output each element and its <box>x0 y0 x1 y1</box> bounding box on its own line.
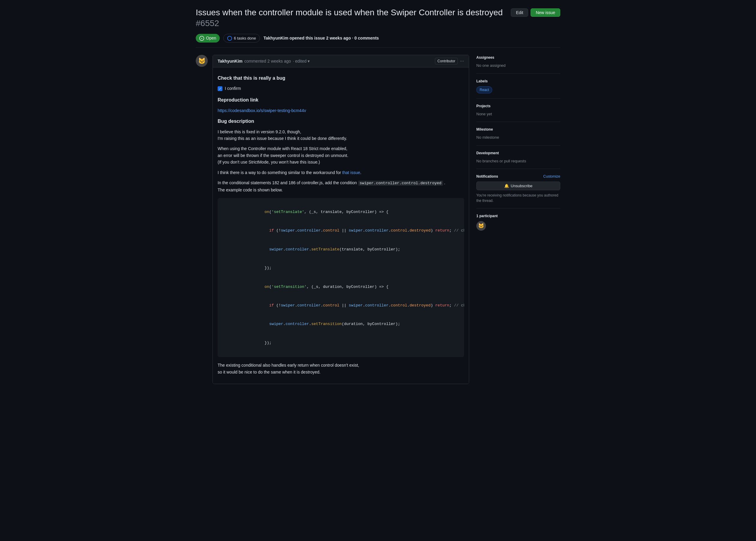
confirm-checkbox[interactable]: ✓ <box>218 86 222 91</box>
comment-author[interactable]: TakhyunKim <box>218 58 243 64</box>
status-label: Open <box>206 35 216 41</box>
participants-section: 1 participant 🐱 <box>476 209 560 236</box>
main-content: 🐱 TakhyunKim commented 2 weeks ago · edi… <box>196 55 469 389</box>
comment-content: Check that this is really a bug ✓ I conf… <box>213 67 469 384</box>
comment-body: TakhyunKim commented 2 weeks ago · edite… <box>213 55 469 384</box>
milestone-section: Milestone No milestone <box>476 122 560 146</box>
comment-header-left: TakhyunKim commented 2 weeks ago · edite… <box>218 58 310 64</box>
edit-button[interactable]: Edit <box>511 8 528 17</box>
notifications-label: Notifications <box>476 174 498 179</box>
comment-time: commented 2 weeks ago <box>244 58 291 64</box>
participants-label: 1 participant <box>476 213 560 219</box>
that-issue-link[interactable]: that issue <box>342 170 360 175</box>
issue-header: Issues when the controller module is use… <box>196 7 560 29</box>
labels-section: Labels React <box>476 74 560 99</box>
repro-link[interactable]: https://codesandbox.io/s/swiper-testing-… <box>218 108 306 113</box>
main-layout: 🐱 TakhyunKim commented 2 weeks ago · edi… <box>196 55 560 389</box>
participant-avatar: 🐱 <box>476 221 486 231</box>
projects-value: None yet <box>476 111 560 117</box>
edited-tag[interactable]: · edited ▾ <box>293 58 310 64</box>
page-title: Issues when the controller module is use… <box>196 7 506 29</box>
assignees-label: Assignees <box>476 55 560 60</box>
tasks-badge: 6 tasks done <box>223 34 260 43</box>
open-status-badge: Open <box>196 34 220 43</box>
notif-description: You're receiving notifications because y… <box>476 193 560 204</box>
inline-code: swiper.controller.control.destroyed <box>358 181 443 186</box>
contributor-badge: Contributor <box>435 58 457 64</box>
milestone-value: No milestone <box>476 135 560 141</box>
new-issue-button[interactable]: New issue <box>531 8 560 17</box>
open-circle-icon <box>199 36 204 41</box>
bug-para5: The existing conditional also handles ea… <box>218 362 464 375</box>
tasks-label: 6 tasks done <box>234 35 256 41</box>
tasks-circle-icon <box>227 36 232 41</box>
projects-section: Projects None yet <box>476 99 560 122</box>
comment-header-right: Contributor ··· <box>435 58 464 65</box>
repro-heading: Reproduction link <box>218 97 464 104</box>
assignees-section: Assignees No one assigned <box>476 55 560 74</box>
bug-para1: I believe this is fixed in version 9.2.0… <box>218 129 464 142</box>
assignees-value: No one assigned <box>476 63 560 69</box>
bug-desc-heading: Bug description <box>218 118 464 125</box>
development-label: Development <box>476 150 560 156</box>
issue-title-area: Issues when the controller module is use… <box>196 7 506 29</box>
sidebar: Assignees No one assigned Labels React P… <box>476 55 560 389</box>
customize-link[interactable]: Customize <box>543 174 560 179</box>
bug-para4: In the conditional statements 182 and 18… <box>218 180 464 193</box>
issue-meta: TakhyunKim opened this issue 2 weeks ago… <box>263 35 379 41</box>
react-label-tag[interactable]: React <box>476 86 492 94</box>
checkbox-line: ✓ I confirm <box>218 85 464 92</box>
notifications-section: Notifications Customize 🔔 Unsubscribe Yo… <box>476 169 560 209</box>
bell-icon: 🔔 <box>504 184 509 188</box>
projects-label: Projects <box>476 103 560 109</box>
code-block: on('setTranslate', (_s, translate, byCon… <box>218 198 464 357</box>
milestone-label: Milestone <box>476 127 560 132</box>
issue-number: #6552 <box>196 19 219 28</box>
check-bug-heading: Check that this is really a bug <box>218 75 464 82</box>
header-buttons: Edit New issue <box>511 8 560 17</box>
development-section: Development No branches or pull requests <box>476 146 560 169</box>
labels-label: Labels <box>476 79 560 84</box>
unsubscribe-button[interactable]: 🔔 Unsubscribe <box>476 182 560 190</box>
confirm-label: I confirm <box>225 85 241 92</box>
comment-card: 🐱 TakhyunKim commented 2 weeks ago · edi… <box>196 55 469 384</box>
avatar: 🐱 <box>196 55 208 67</box>
more-options-icon[interactable]: ··· <box>460 58 464 65</box>
issue-status-bar: Open 6 tasks done TakhyunKim opened this… <box>196 34 560 48</box>
notif-header: Notifications Customize <box>476 174 560 179</box>
comment-header: TakhyunKim commented 2 weeks ago · edite… <box>213 55 469 67</box>
bug-para3: I think there is a way to do something s… <box>218 169 464 176</box>
development-value: No branches or pull requests <box>476 158 560 164</box>
bug-para2: When using the Controller module with Re… <box>218 145 464 165</box>
